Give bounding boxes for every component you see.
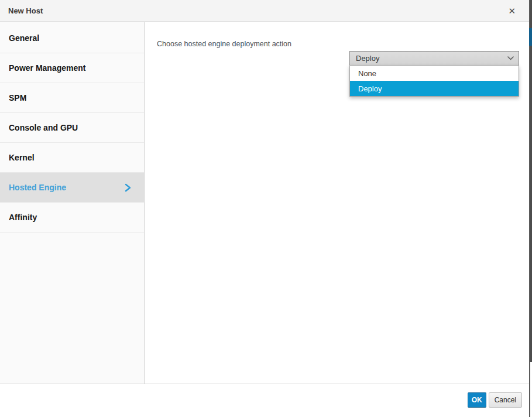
chevron-down-icon — [507, 56, 514, 60]
sidebar-item-label: Console and GPU — [9, 123, 78, 132]
dropdown-option-none[interactable]: None — [350, 66, 519, 81]
sidebar-item-kernel[interactable]: Kernel — [0, 143, 144, 173]
close-icon[interactable]: ✕ — [504, 5, 519, 16]
sidebar-item-power-management[interactable]: Power Management — [0, 53, 144, 83]
dialog-right-edge — [529, 0, 530, 417]
background-page-accent-sliver — [529, 28, 532, 46]
select-value: Deploy — [356, 54, 379, 63]
chevron-right-icon — [125, 183, 131, 192]
deployment-action-select[interactable]: Deploy — [349, 51, 519, 66]
sidebar-item-label: General — [9, 33, 39, 43]
sidebar-item-label: Power Management — [9, 63, 85, 73]
sidebar-item-console-and-gpu[interactable]: Console and GPU — [0, 113, 144, 143]
sidebar-item-hosted-engine[interactable]: Hosted Engine — [0, 173, 144, 203]
sidebar-item-label: Affinity — [9, 213, 37, 222]
dialog-header: New Host ✕ — [0, 0, 530, 22]
deployment-action-label: Choose hosted engine deployment action — [157, 40, 291, 48]
sidebar-item-label: Kernel — [9, 153, 35, 162]
cancel-button[interactable]: Cancel — [489, 392, 522, 408]
ok-button[interactable]: OK — [468, 392, 486, 408]
dialog-title: New Host — [8, 6, 504, 15]
new-host-dialog: New Host ✕ General Power Management SPM … — [0, 0, 532, 417]
dropdown-option-deploy[interactable]: Deploy — [350, 81, 519, 96]
dialog-content: Choose hosted engine deployment action D… — [145, 22, 530, 384]
sidebar-item-label: Hosted Engine — [9, 183, 66, 192]
sidebar-item-affinity[interactable]: Affinity — [0, 203, 144, 233]
sidebar-item-spm[interactable]: SPM — [0, 83, 144, 113]
sidebar-item-label: SPM — [9, 93, 26, 102]
dialog-footer: OK Cancel — [0, 384, 530, 417]
sidebar-item-general[interactable]: General — [0, 23, 144, 53]
dialog-sidebar: General Power Management SPM Console and… — [0, 22, 145, 384]
deployment-action-dropdown: None Deploy — [349, 65, 519, 97]
